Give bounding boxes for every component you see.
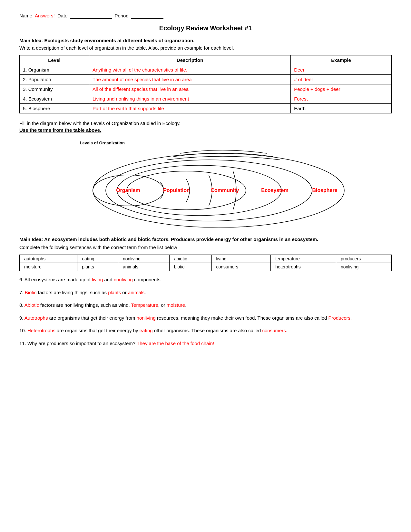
sentence-part: They are the base of the food chain! (137, 341, 214, 346)
word-bank-cell: temperature (271, 255, 336, 263)
table-row: 5. BiospherePart of the earth that suppo… (20, 104, 392, 113)
label-organism: Organism (116, 188, 140, 193)
col-example: Example (291, 55, 392, 65)
sentence-part: eating (140, 328, 153, 333)
sentence-number: 10. (19, 328, 27, 333)
label-biosphere: Biosphere (312, 188, 337, 193)
sentence-text: All ecosystems are made up of (24, 277, 92, 282)
levels-table: Level Description Example 1. OrganismAny… (19, 55, 392, 113)
table-row: 4. EcosystemLiving and nonliving things … (20, 94, 392, 104)
diagram-section: Fill in the diagram below with the Level… (19, 121, 392, 227)
sentence-part: nonliving (114, 277, 133, 282)
word-bank-row: autotrophseatingnonlivingabioticlivingte… (20, 255, 392, 263)
cell-level: 1. Organism (20, 65, 89, 75)
sentence-part: are organisms that get their energy by (55, 328, 140, 333)
cell-description: Living and nonliving things in an enviro… (89, 94, 290, 104)
cell-level: 4. Ecosystem (20, 94, 89, 104)
word-bank-cell: nonliving (336, 263, 391, 271)
col-description: Description (89, 55, 290, 65)
table-row: 1. OrganismAnything with all of the char… (20, 65, 392, 75)
cell-level: 2. Population (20, 75, 89, 84)
sentence-part: factors are nonliving things, such as wi… (39, 302, 131, 308)
section1-instruction: Write a description of each level of org… (19, 45, 392, 51)
name-label: Name (19, 13, 32, 18)
section1-main-idea: Main Idea: Ecologists study environments… (19, 38, 392, 43)
diagram-instruction-bold: Use the terms from the table above. (19, 127, 392, 133)
sentence-part: living (92, 277, 103, 282)
sentence: 7. Biotic factors are living things, suc… (19, 288, 392, 297)
sentence-part: Autotrophs (24, 315, 48, 321)
cell-description: The amount of one species that live in a… (89, 75, 290, 84)
cell-description: All of the different species that live i… (89, 84, 290, 94)
section3: Main Idea: An ecosystem includes both ab… (19, 237, 392, 347)
date-label: Date (57, 13, 68, 18)
sentence-number: 6. (19, 277, 24, 282)
sentence-number: 7. (19, 290, 25, 295)
sentence-part: Biotic (25, 290, 37, 295)
sentence-part: moisture (167, 302, 185, 308)
section1: Main Idea: Ecologists study environments… (19, 38, 392, 113)
diagram-container: Levels of Organization (61, 137, 351, 227)
word-bank-row: moistureplantsanimalsbioticconsumershete… (20, 263, 392, 271)
label-ecosystem: Ecosystem (261, 188, 289, 193)
sentence: 10. Heterotrophs are organisms that get … (19, 326, 392, 335)
word-bank-cell: consumers (211, 263, 271, 271)
cell-example: Forest (291, 94, 392, 104)
cell-example: Earth (291, 104, 392, 113)
sentence-part: are organisms that get their energy from (48, 315, 136, 321)
header: Name Answers! Date Period (19, 13, 392, 19)
cell-level: 5. Biosphere (20, 104, 89, 113)
cell-example: People + dogs + deer (291, 84, 392, 94)
cell-description: Part of the earth that supports life (89, 104, 290, 113)
sentence-text: Why are producers so important to an eco… (27, 341, 137, 346)
sentence-part: Abiotic (24, 302, 39, 308)
word-bank-cell: living (211, 255, 271, 263)
word-bank-cell: eating (77, 255, 118, 263)
period-label: Period (114, 13, 128, 18)
sentence: 6. All ecosystems are made up of living … (19, 276, 392, 284)
sentence-part: . (185, 302, 186, 308)
word-bank-cell: heterotrophs (271, 263, 336, 271)
cell-example: Deer (291, 65, 392, 75)
sentence-part: Heterotrophs (27, 328, 55, 333)
sentence: 9. Autotrophs are organisms that get the… (19, 314, 392, 322)
sentences-section: 6. All ecosystems are made up of living … (19, 276, 392, 347)
page-title: Ecology Review Worksheet #1 (19, 24, 392, 32)
sentence-number: 9. (19, 315, 24, 321)
word-bank-table: autotrophseatingnonlivingabioticlivingte… (19, 255, 392, 271)
sentence-part: . (286, 328, 287, 333)
sentence-part: animals (128, 290, 145, 295)
word-bank-cell: nonliving (118, 255, 169, 263)
section3-instruction: Complete the following sentences with th… (19, 245, 392, 250)
sentence-part: resources, meaning they make their own f… (156, 315, 328, 321)
sentence: 8. Abiotic factors are nonliving things,… (19, 301, 392, 309)
cell-description: Anything with all of the characteristics… (89, 65, 290, 75)
sentence-part: plants (108, 290, 121, 295)
answers-label: Answers! (35, 13, 55, 18)
word-bank-cell: producers (336, 255, 391, 263)
date-field[interactable] (70, 13, 112, 19)
section3-main-idea: Main Idea: An ecosystem includes both ab… (19, 237, 392, 242)
sentence-part: nonliving (137, 315, 156, 321)
cell-example: # of deer (291, 75, 392, 84)
sentence-part: or (121, 290, 128, 295)
table-row: 3. CommunityAll of the different species… (20, 84, 392, 94)
sentence-part: components. (133, 277, 162, 282)
sentence-part: , or (158, 302, 167, 308)
word-bank-cell: moisture (20, 263, 77, 271)
sentence-number: 8. (19, 302, 24, 308)
sentence-part: factors are living things, such as (36, 290, 108, 295)
sentence-part: Temperature (131, 302, 158, 308)
table-row: 2. PopulationThe amount of one species t… (20, 75, 392, 84)
oval-labels: Organism Population Community Ecosystem … (61, 137, 351, 227)
period-field[interactable] (131, 13, 163, 19)
word-bank-cell: autotrophs (20, 255, 77, 263)
cell-level: 3. Community (20, 84, 89, 94)
sentence-part: . (145, 290, 146, 295)
diagram-instruction: Fill in the diagram below with the Level… (19, 121, 392, 126)
sentence-number: 11. (19, 341, 27, 346)
sentence-part: and (103, 277, 113, 282)
sentence-part: other organisms. These organisms are als… (153, 328, 262, 333)
word-bank-cell: abiotic (169, 255, 211, 263)
word-bank-cell: plants (77, 263, 118, 271)
